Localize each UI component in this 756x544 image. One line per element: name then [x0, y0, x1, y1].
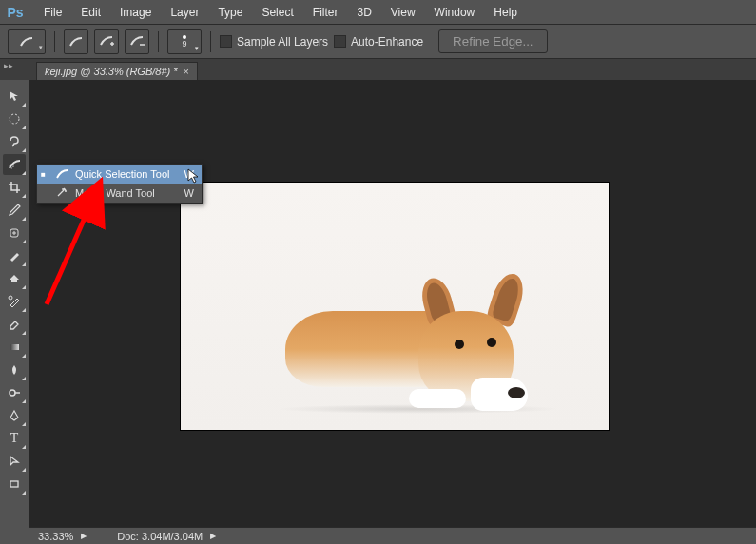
clone-stamp-tool[interactable]	[3, 268, 26, 289]
gradient-tool[interactable]	[3, 337, 26, 358]
new-selection-button[interactable]	[64, 29, 88, 54]
brush-tool[interactable]	[3, 245, 26, 266]
doc-menu-icon[interactable]: ▶	[210, 532, 216, 540]
flyout-item-shortcut: W	[181, 187, 198, 199]
document-tab-bar: keji.jpg @ 33.3% (RGB/8#) * ×	[0, 59, 756, 80]
flyout-magic-wand[interactable]: Magic Wand Tool W	[37, 184, 202, 203]
tools-panel: T	[0, 80, 29, 495]
canvas-area[interactable]	[29, 80, 756, 527]
app-logo: Ps	[4, 3, 27, 22]
flyout-item-shortcut: W	[181, 168, 198, 180]
eraser-tool[interactable]	[3, 314, 26, 335]
menu-layer[interactable]: Layer	[161, 2, 208, 23]
quick-selection-icon	[54, 168, 69, 180]
history-brush-tool[interactable]	[3, 291, 26, 312]
options-bar: ▾ 9 ▾ Sample All Layers Auto-Enhance Ref…	[0, 25, 756, 59]
auto-enhance-label: Auto-Enhance	[351, 35, 423, 49]
panel-collapse-grip[interactable]: ▸▸	[4, 61, 13, 70]
checkbox-icon	[334, 35, 346, 48]
svg-point-0	[10, 114, 19, 124]
crop-tool[interactable]	[3, 177, 26, 198]
blur-tool[interactable]	[3, 359, 26, 380]
menu-image[interactable]: Image	[110, 2, 161, 23]
image-content	[276, 273, 542, 416]
svg-rect-4	[10, 344, 19, 350]
menu-select[interactable]: Select	[252, 2, 302, 23]
divider	[158, 31, 159, 52]
menu-bar: Ps File Edit Image Layer Type Select Fil…	[0, 0, 756, 25]
path-selection-tool[interactable]	[3, 451, 26, 472]
document-tab-title: keji.jpg @ 33.3% (RGB/8#) *	[45, 66, 178, 77]
document-tab[interactable]: keji.jpg @ 33.3% (RGB/8#) * ×	[36, 62, 198, 80]
svg-point-5	[10, 390, 15, 396]
brush-picker[interactable]: 9 ▾	[167, 29, 202, 54]
divider	[54, 31, 55, 52]
flyout-quick-selection[interactable]: ■ Quick Selection Tool W	[37, 165, 202, 184]
add-to-selection-button[interactable]	[94, 29, 119, 54]
rectangle-tool[interactable]	[3, 474, 26, 495]
zoom-level[interactable]: 33.33%	[38, 531, 73, 542]
menu-edit[interactable]: Edit	[71, 2, 110, 23]
status-bar: 33.33% ▶ Doc: 3.04M/3.04M ▶	[29, 527, 756, 544]
healing-brush-tool[interactable]	[3, 223, 26, 243]
marquee-tool[interactable]	[3, 108, 26, 129]
move-tool[interactable]	[3, 86, 26, 107]
zoom-menu-icon[interactable]: ▶	[81, 532, 87, 540]
type-tool[interactable]: T	[3, 428, 26, 449]
menu-type[interactable]: Type	[208, 2, 252, 23]
subtract-from-selection-button[interactable]	[125, 29, 149, 54]
menu-file[interactable]: File	[34, 2, 71, 23]
tool-preset-picker[interactable]: ▾	[8, 29, 46, 54]
svg-rect-6	[10, 481, 18, 487]
tool-flyout-menu: ■ Quick Selection Tool W Magic Wand Tool…	[36, 164, 203, 204]
doc-size[interactable]: Doc: 3.04M/3.04M	[117, 531, 203, 542]
dodge-tool[interactable]	[3, 382, 26, 403]
brush-size-label: 9	[182, 40, 186, 49]
close-tab-button[interactable]: ×	[184, 66, 189, 77]
magic-wand-icon	[54, 187, 69, 199]
quick-selection-tool[interactable]	[3, 154, 26, 175]
eyedropper-tool[interactable]	[3, 200, 26, 221]
menu-view[interactable]: View	[381, 2, 425, 23]
auto-enhance-checkbox[interactable]: Auto-Enhance	[334, 35, 423, 49]
pen-tool[interactable]	[3, 405, 26, 426]
sample-all-layers-label: Sample All Layers	[237, 35, 328, 49]
selected-mark-icon: ■	[41, 170, 48, 179]
document-canvas[interactable]	[181, 183, 609, 430]
checkbox-icon	[220, 35, 232, 48]
menu-3d[interactable]: 3D	[347, 2, 380, 23]
svg-point-3	[9, 296, 12, 300]
menu-help[interactable]: Help	[484, 2, 527, 23]
sample-all-layers-checkbox[interactable]: Sample All Layers	[220, 35, 328, 49]
refine-edge-button[interactable]: Refine Edge...	[438, 29, 547, 53]
menu-window[interactable]: Window	[425, 2, 485, 23]
flyout-item-label: Magic Wand Tool	[75, 187, 175, 199]
flyout-item-label: Quick Selection Tool	[75, 168, 175, 180]
divider	[210, 31, 211, 52]
lasso-tool[interactable]	[3, 131, 26, 152]
menu-filter[interactable]: Filter	[303, 2, 348, 23]
